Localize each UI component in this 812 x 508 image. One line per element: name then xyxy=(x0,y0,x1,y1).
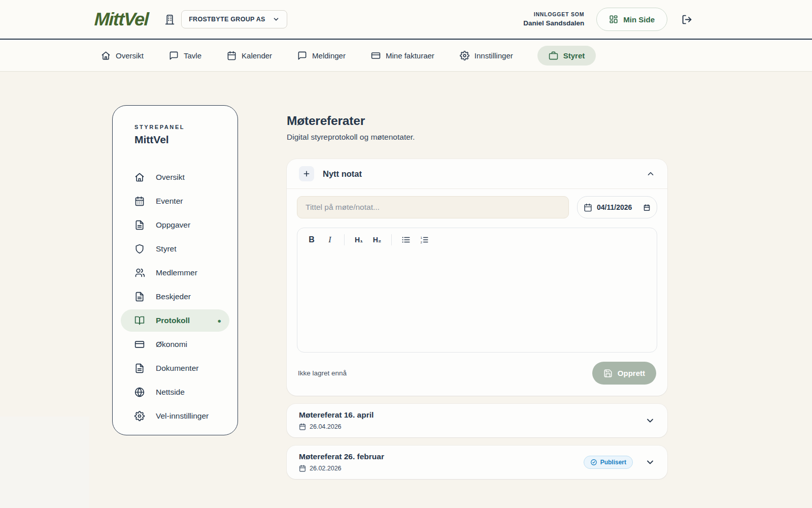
nav-item-innstillinger[interactable]: Innstillinger xyxy=(459,46,514,66)
nav-item-tavle[interactable]: Tavle xyxy=(168,46,202,66)
heading1-button[interactable]: H₁ xyxy=(351,232,367,247)
check-circle-icon xyxy=(590,459,597,466)
plus-icon xyxy=(299,166,314,181)
organization-select[interactable]: FROSTBYTE GROUP AS xyxy=(181,10,287,28)
sidebar-item-eventer[interactable]: Eventer xyxy=(121,190,229,212)
date-picker-icon[interactable] xyxy=(643,204,651,211)
styrepanel-sidebar: STYREPANEL MittVel Oversikt Eventer Oppg… xyxy=(112,105,238,435)
nav-item-styret[interactable]: Styret xyxy=(537,46,596,66)
chevron-up-icon[interactable] xyxy=(646,169,655,178)
status-badge-label: Publisert xyxy=(600,459,626,466)
message-square-icon xyxy=(169,51,179,60)
page-title: Møtereferater xyxy=(287,114,667,128)
protocol-entry[interactable]: Møtereferat 16. april 26.04.2026 xyxy=(287,404,667,437)
top-bar: MittVel FROSTBYTE GROUP AS INNLOGGET SOM… xyxy=(0,0,812,40)
calendar-icon xyxy=(134,196,145,206)
svg-text:1: 1 xyxy=(421,236,423,239)
sidebar-item-okonomi[interactable]: Økonomi xyxy=(121,333,229,356)
chevron-down-icon[interactable] xyxy=(645,416,655,426)
create-button[interactable]: Opprett xyxy=(592,362,656,385)
sidebar-item-protokoll[interactable]: Protokoll ● xyxy=(121,309,229,332)
building-icon xyxy=(164,14,175,25)
entry-date: 26.02.2026 xyxy=(310,465,342,472)
toolbar-separator xyxy=(344,234,345,245)
calendar-icon xyxy=(584,203,592,212)
briefcase-icon xyxy=(549,51,558,60)
sidebar-item-label: Oppgaver xyxy=(156,220,190,230)
sidebar-item-oppgaver[interactable]: Oppgaver xyxy=(121,214,229,236)
sidebar-item-oversikt[interactable]: Oversikt xyxy=(121,166,229,188)
new-note-title: Nytt notat xyxy=(323,169,362,179)
sidebar-item-label: Dokumenter xyxy=(156,364,198,373)
entry-title: Møtereferat 26. februar xyxy=(299,453,384,461)
save-icon xyxy=(603,369,613,378)
sidebar-item-styret[interactable]: Styret xyxy=(121,238,229,260)
gear-icon xyxy=(460,51,469,60)
sidebar-item-label: Beskjeder xyxy=(156,292,191,301)
editor-content-area[interactable] xyxy=(297,251,657,352)
credit-card-icon xyxy=(371,51,381,60)
entry-title: Møtereferat 16. april xyxy=(299,411,374,419)
toolbar-separator xyxy=(391,234,392,245)
book-open-icon xyxy=(134,315,145,326)
nav-item-oversikt[interactable]: Oversikt xyxy=(100,46,145,66)
sidebar-item-nettside[interactable]: Nettside xyxy=(121,381,229,403)
entry-date: 26.04.2026 xyxy=(310,424,342,430)
home-icon xyxy=(101,51,111,60)
file-text-icon xyxy=(134,220,145,230)
home-icon xyxy=(134,172,145,182)
panel-title: MittVel xyxy=(121,134,229,146)
min-side-button[interactable]: Min Side xyxy=(596,8,667,31)
heading2-button[interactable]: H₂ xyxy=(369,232,385,247)
mittvel-logo: MittVel xyxy=(94,9,149,30)
globe-icon xyxy=(134,387,145,397)
sidebar-item-label: Økonomi xyxy=(156,340,187,349)
logged-in-label: INNLOGGET SOM xyxy=(523,11,584,18)
calendar-icon xyxy=(227,51,236,60)
save-status-text: Ikke lagret ennå xyxy=(298,369,347,377)
calendar-icon xyxy=(299,423,306,430)
nav-item-mine-fakturaer[interactable]: Mine fakturaer xyxy=(370,46,435,66)
sidebar-item-vel-innstillinger[interactable]: Vel-innstillinger xyxy=(121,405,229,427)
note-date-input[interactable]: 04/11/2026 xyxy=(577,196,657,218)
nav-label: Innstillinger xyxy=(475,51,513,60)
page-subtitle: Digital styreprotokoll og møtenotater. xyxy=(287,133,667,142)
sidebar-item-label: Styret xyxy=(156,244,176,253)
nav-item-meldinger[interactable]: Meldinger xyxy=(296,46,347,66)
min-side-label: Min Side xyxy=(623,15,655,24)
italic-button[interactable]: I xyxy=(322,232,338,247)
chevron-down-icon[interactable] xyxy=(645,457,655,467)
protocol-entry[interactable]: Møtereferat 26. februar 26.02.2026 Publi… xyxy=(287,446,667,479)
svg-text:2: 2 xyxy=(421,241,423,244)
sidebar-menu: Oversikt Eventer Oppgaver Styret Medlemm… xyxy=(121,166,229,427)
new-note-card: Nytt notat 04/11/2026 xyxy=(287,159,667,396)
organization-select-value: FROSTBYTE GROUP AS xyxy=(189,16,265,23)
file-text-icon xyxy=(134,363,145,373)
note-title-input[interactable] xyxy=(297,196,569,218)
nav-label: Mine fakturaer xyxy=(386,51,434,60)
panel-label: STYREPANEL xyxy=(121,124,229,130)
ordered-list-button[interactable]: 12 xyxy=(416,232,432,247)
sidebar-item-label: Vel-innstillinger xyxy=(156,411,209,421)
sidebar-item-beskjeder[interactable]: Beskjeder xyxy=(121,285,229,308)
logout-icon[interactable] xyxy=(680,12,694,27)
message-square-icon xyxy=(297,51,307,60)
bold-button[interactable]: B xyxy=(303,232,320,247)
logged-in-user: INNLOGGET SOM Daniel Sandsdalen xyxy=(523,11,584,28)
calendar-icon xyxy=(299,465,306,472)
chevron-down-icon xyxy=(273,16,280,23)
users-icon xyxy=(134,268,145,278)
editor-toolbar: B I H₁ H₂ 12 xyxy=(297,228,657,251)
sidebar-item-dokumenter[interactable]: Dokumenter xyxy=(121,357,229,379)
sidebar-item-medlemmer[interactable]: Medlemmer xyxy=(121,262,229,284)
sidebar-item-label: Nettside xyxy=(156,388,185,397)
credit-card-icon xyxy=(134,339,145,350)
bullet-list-button[interactable] xyxy=(398,232,414,247)
shield-icon xyxy=(134,244,145,254)
nav-label: Kalender xyxy=(242,51,272,60)
rich-text-editor: B I H₁ H₂ 12 xyxy=(297,228,657,353)
nav-item-kalender[interactable]: Kalender xyxy=(226,46,273,66)
background-panel xyxy=(0,417,89,508)
unread-dot: ● xyxy=(217,317,221,325)
new-note-header[interactable]: Nytt notat xyxy=(287,159,667,188)
